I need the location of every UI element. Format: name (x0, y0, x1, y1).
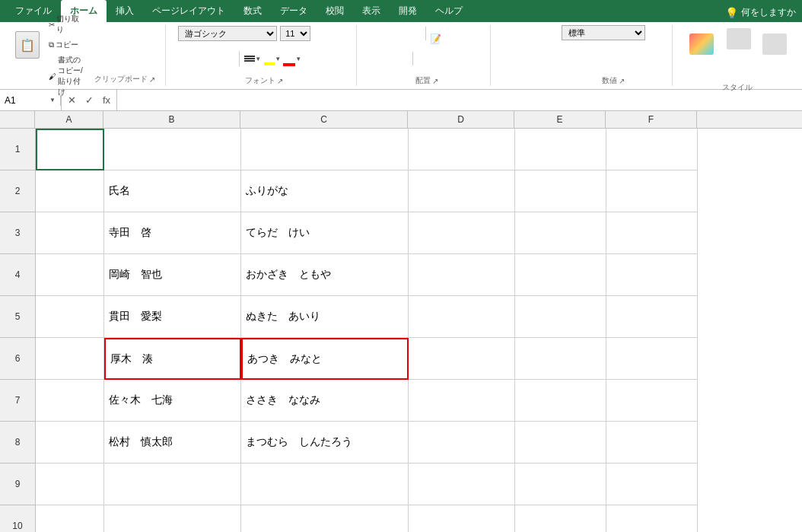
table-cell[interactable] (606, 296, 698, 338)
table-cell[interactable]: 氏名 (104, 170, 241, 212)
decimal-decrease-button[interactable]: ←.0 (640, 51, 666, 65)
table-cell[interactable] (36, 170, 104, 212)
row-header-5[interactable]: 5 (0, 296, 35, 338)
fill-color-button[interactable]: A ▼ (264, 50, 281, 67)
align-top-button[interactable]: ⊤ (369, 25, 386, 42)
paste-button[interactable]: 📋 貼り付け (12, 28, 43, 83)
table-cell[interactable]: 佐々木 七海 (104, 380, 241, 422)
table-cell[interactable] (515, 129, 606, 170)
row-header-1[interactable]: 1 (0, 129, 35, 170)
table-cell[interactable]: 岡崎 智也 (104, 254, 241, 296)
row-header-2[interactable]: 2 (0, 170, 35, 212)
table-cell[interactable]: 寺田 啓 (104, 212, 241, 254)
formula-input[interactable] (117, 94, 802, 106)
tab-developer[interactable]: 開発 (390, 0, 426, 22)
italic-button[interactable]: I (198, 50, 215, 67)
col-header-C[interactable]: C (240, 111, 408, 128)
font-color-button[interactable]: A ▼ (284, 50, 301, 67)
tab-view[interactable]: 表示 (353, 0, 390, 22)
table-cell[interactable] (409, 129, 515, 170)
col-header-F[interactable]: F (606, 111, 697, 128)
tab-formula[interactable]: 数式 (234, 0, 271, 22)
table-cell[interactable] (606, 129, 698, 170)
text-direction-button[interactable]: ↗📝 (429, 25, 446, 42)
table-cell[interactable]: 松村 慎太郎 (104, 422, 241, 464)
table-cell[interactable] (409, 422, 515, 464)
col-header-E[interactable]: E (514, 111, 606, 128)
table-cell[interactable]: ぬきた あいり (241, 296, 409, 338)
copy-button[interactable]: ⧉ コピー (46, 38, 90, 52)
row-header-6[interactable]: 6 (0, 338, 35, 380)
merge-button[interactable]: セルを結合して中央揃え (416, 50, 484, 67)
align-middle-button[interactable]: ⊟ (387, 25, 404, 42)
clipboard-expand-icon[interactable]: ↗ (149, 75, 155, 84)
table-cell[interactable] (409, 212, 515, 254)
cell-style-button[interactable]: スタイル (759, 30, 790, 78)
col-header-B[interactable]: B (103, 111, 240, 128)
align-bottom-button[interactable]: ⊥ (406, 25, 422, 42)
indent-increase-button[interactable]: → (466, 25, 482, 42)
table-cell[interactable] (241, 464, 409, 505)
table-cell[interactable] (104, 505, 241, 532)
table-cell[interactable] (515, 464, 606, 505)
tab-insert[interactable]: 挿入 (107, 0, 143, 22)
align-center-button[interactable]: ≡ (383, 50, 396, 67)
table-cell[interactable] (36, 129, 104, 170)
table-cell[interactable] (606, 464, 698, 505)
table-cell[interactable] (36, 422, 104, 464)
percent-button[interactable]: % (578, 51, 597, 65)
font-expand-icon[interactable]: ↗ (277, 77, 283, 85)
font-grow-button[interactable]: A↑ (313, 25, 330, 42)
row-header-7[interactable]: 7 (0, 380, 35, 422)
table-cell[interactable] (36, 254, 104, 296)
table-cell[interactable] (409, 170, 515, 212)
table-cell[interactable] (36, 212, 104, 254)
table-cell[interactable]: まつむら しんたろう (241, 422, 409, 464)
table-cell[interactable] (515, 212, 606, 254)
table-cell[interactable]: 貫田 愛梨 (104, 296, 241, 338)
indent-decrease-button[interactable]: ← (447, 25, 464, 42)
decimal-increase-button[interactable]: .0→ (613, 51, 638, 65)
table-cell[interactable] (409, 254, 515, 296)
tab-page-layout[interactable]: ページレイアウト (143, 0, 234, 22)
table-cell[interactable] (36, 338, 104, 380)
table-cell[interactable] (104, 129, 241, 170)
table-cell[interactable] (515, 170, 606, 212)
row-header-4[interactable]: 4 (0, 254, 35, 296)
cancel-formula-button[interactable]: ✕ (65, 93, 79, 107)
table-cell[interactable] (515, 296, 606, 338)
conditional-format-button[interactable]: 条件付き書式 (685, 30, 718, 78)
alignment-expand-icon[interactable]: ↗ (432, 77, 438, 85)
align-left-button[interactable]: ≡ (369, 50, 381, 67)
table-cell[interactable] (36, 296, 104, 338)
format-as-table-button[interactable]: テーブルとして書式設定 (721, 25, 756, 82)
row-header-9[interactable]: 9 (0, 464, 35, 505)
table-cell[interactable]: てらだ けい (241, 212, 409, 254)
wrap-text-button[interactable]: 折り返して全体を表示する (497, 45, 549, 66)
align-right-button[interactable]: ≡ (397, 50, 409, 67)
table-cell[interactable] (606, 170, 698, 212)
row-header-3[interactable]: 3 (0, 212, 35, 254)
table-cell[interactable]: ふりがな (241, 170, 409, 212)
font-size-select[interactable]: 11 (280, 26, 310, 41)
tab-data[interactable]: データ (271, 0, 317, 22)
table-cell[interactable] (36, 380, 104, 422)
table-cell[interactable] (241, 505, 409, 532)
table-cell[interactable] (409, 464, 515, 505)
comma-button[interactable]: , (598, 51, 611, 65)
tab-review[interactable]: 校閲 (317, 0, 353, 22)
format-paint-button[interactable]: 🖌 書式のコピー/貼り付け (46, 53, 90, 99)
table-cell[interactable] (104, 464, 241, 505)
currency-button[interactable]: ¥ (562, 51, 577, 65)
table-cell[interactable] (606, 380, 698, 422)
table-cell[interactable] (606, 505, 698, 532)
table-cell[interactable] (515, 380, 606, 422)
table-cell[interactable]: おかざき ともや (241, 254, 409, 296)
table-cell[interactable] (515, 505, 606, 532)
font-name-select[interactable]: 游ゴシック (178, 26, 277, 41)
table-cell[interactable] (606, 338, 698, 380)
row-header-8[interactable]: 8 (0, 422, 35, 464)
table-cell[interactable] (515, 254, 606, 296)
table-cell[interactable]: あつき みなと (241, 338, 409, 380)
table-cell[interactable] (515, 338, 606, 380)
